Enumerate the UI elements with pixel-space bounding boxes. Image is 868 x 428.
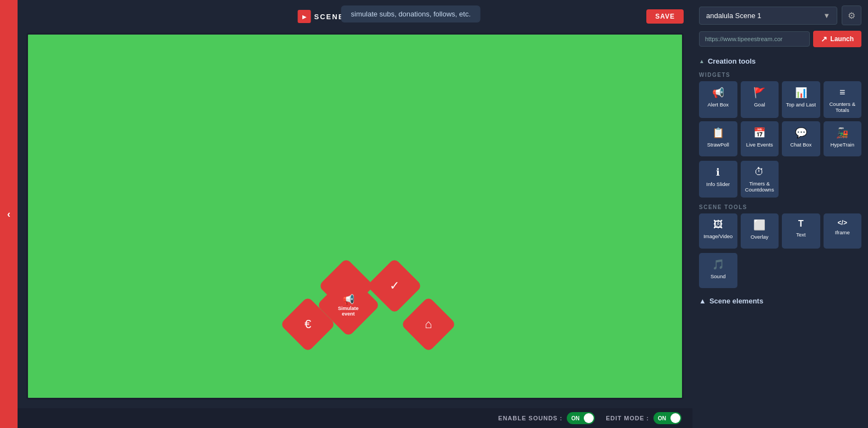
scene-dropdown[interactable]: andalula Scene 1 ▼ <box>699 7 837 25</box>
left-toggle-icon: ‹ <box>7 209 10 220</box>
edit-mode-group: EDIT MODE : ON <box>606 412 681 424</box>
scene-tool-iframe[interactable]: </> Iframe <box>824 213 862 249</box>
simulate-home-button[interactable]: ⌂ <box>401 296 456 352</box>
chat-box-icon: 💬 <box>795 127 807 139</box>
settings-gear-button[interactable]: ⚙ <box>842 5 861 25</box>
info-slider-icon: ℹ <box>716 166 720 178</box>
strawpoll-label: StrawPoll <box>707 142 729 148</box>
top-and-last-icon: 📊 <box>795 87 807 99</box>
sounds-on-label: ON <box>568 414 583 423</box>
launch-button[interactable]: ↗ Launch <box>813 31 861 47</box>
counters-totals-icon: ≡ <box>839 87 846 98</box>
widget-info-slider[interactable]: ℹ Info Slider <box>699 161 737 198</box>
home-icon: ⌂ <box>425 317 432 331</box>
widget-timers-countdowns[interactable]: ⏱ Timers & Countdowns <box>741 161 779 198</box>
enable-sounds-label: ENABLE SOUNDS : <box>498 415 562 421</box>
canvas-area: ♥ ✓ € ⌂ 📢 Simulate <box>26 33 684 399</box>
goal-label: Goal <box>754 102 765 108</box>
scene-tools-grid: 🖼 Image/Video ⬜ Overlay T Text </> Ifram… <box>692 213 868 253</box>
widget-top-and-last[interactable]: 📊 Top and Last <box>782 81 820 118</box>
counters-totals-label: Counters & Totals <box>827 101 859 114</box>
sounds-toggle-knob <box>584 413 594 423</box>
gear-icon: ⚙ <box>848 10 855 21</box>
widget-chat-box[interactable]: 💬 Chat Box <box>782 121 820 156</box>
check-icon: ✓ <box>390 279 399 293</box>
collapse-arrow-icon: ▲ <box>699 58 704 64</box>
scene-tool-text[interactable]: T Text <box>782 213 820 249</box>
info-slider-label: Info Slider <box>706 181 730 187</box>
scene-elements-header[interactable]: ▲ Scene elements <box>692 292 868 309</box>
sound-btn-row: 🎵 Sound <box>692 253 868 292</box>
main-area: simulate subs, donations, follows, etc. … <box>18 0 692 428</box>
euro-icon: € <box>305 317 311 331</box>
iframe-icon: </> <box>838 219 847 227</box>
widget-live-events[interactable]: 📅 Live Events <box>741 121 779 156</box>
goal-icon: 🚩 <box>753 87 765 99</box>
hypetrain-label: HypeTrain <box>831 142 854 148</box>
hypetrain-icon: 🚂 <box>836 127 848 139</box>
sound-icon: 🎵 <box>712 258 724 271</box>
widget-strawpoll[interactable]: 📋 StrawPoll <box>699 121 737 156</box>
alert-box-label: Alert Box <box>707 102 729 108</box>
enable-sounds-group: ENABLE SOUNDS : ON <box>498 412 595 424</box>
canvas-wrapper: ♥ ✓ € ⌂ 📢 Simulate <box>18 33 692 408</box>
enable-sounds-toggle[interactable]: ON <box>567 412 595 424</box>
chevron-down-icon: ▼ <box>823 12 830 20</box>
save-button[interactable]: SAVE <box>646 9 684 24</box>
scene-elements-label: Scene elements <box>709 297 763 305</box>
scene-tools-label: SCENE TOOLS <box>692 202 868 213</box>
edit-mode-toggle-knob <box>670 413 680 423</box>
left-panel-toggle[interactable]: ‹ <box>0 0 18 428</box>
text-label: Text <box>796 232 805 238</box>
url-input[interactable] <box>699 31 810 47</box>
widgets-grid: 📢 Alert Box 🚩 Goal 📊 Top and Last ≡ Coun… <box>692 81 868 161</box>
iframe-label: Iframe <box>835 229 850 235</box>
scene-selector-row: andalula Scene 1 ▼ ⚙ <box>692 0 868 31</box>
creation-tools-header[interactable]: ▲ Creation tools <box>692 53 868 70</box>
edit-mode-label: EDIT MODE : <box>606 415 649 421</box>
sound-label: Sound <box>711 273 725 279</box>
edit-mode-on-label: ON <box>655 414 669 423</box>
bottom-bar: ENABLE SOUNDS : ON EDIT MODE : ON <box>18 408 692 428</box>
text-icon: T <box>798 219 804 229</box>
widget-alert-box[interactable]: 📢 Alert Box <box>699 81 737 118</box>
external-link-icon: ↗ <box>821 35 827 43</box>
image-video-label: Image/Video <box>703 233 732 239</box>
overlay-label: Overlay <box>751 234 769 240</box>
strawpoll-icon: 📋 <box>712 127 724 139</box>
widget-goal[interactable]: 🚩 Goal <box>741 81 779 118</box>
right-panel: andalula Scene 1 ▼ ⚙ ↗ Launch ▲ Creation… <box>692 0 868 428</box>
widgets-label: WIDGETS <box>692 70 868 81</box>
top-and-last-label: Top and Last <box>786 102 816 108</box>
chat-box-label: Chat Box <box>790 142 811 148</box>
live-events-icon: 📅 <box>753 127 765 139</box>
alert-box-icon: 📢 <box>712 87 724 99</box>
scene-name: andalula Scene 1 <box>706 12 761 20</box>
live-events-label: Live Events <box>746 142 773 148</box>
logo-icon: ▶ <box>298 10 311 23</box>
simulate-event-icon: 📢 Simulate event <box>338 294 359 317</box>
timers-icon: ⏱ <box>754 166 764 178</box>
top-bar: simulate subs, donations, follows, etc. … <box>18 0 692 33</box>
simulate-buttons-group: ♥ ✓ € ⌂ 📢 Simulate <box>294 261 447 370</box>
scene-tool-overlay[interactable]: ⬜ Overlay <box>741 213 779 249</box>
overlay-icon: ⬜ <box>753 219 765 231</box>
widget-hypetrain[interactable]: 🚂 HypeTrain <box>824 121 862 156</box>
scene-tool-sound[interactable]: 🎵 Sound <box>699 253 737 288</box>
creation-tools-label: Creation tools <box>708 57 756 65</box>
widget-counters-totals[interactable]: ≡ Counters & Totals <box>824 81 862 118</box>
simulate-tooltip: simulate subs, donations, follows, etc. <box>341 5 481 22</box>
image-video-icon: 🖼 <box>713 219 723 230</box>
scene-tool-image-video[interactable]: 🖼 Image/Video <box>699 213 737 249</box>
widgets-grid-2: ℹ Info Slider ⏱ Timers & Countdowns <box>692 161 868 202</box>
scene-elements-arrow-icon: ▲ <box>699 297 706 305</box>
timers-label: Timers & Countdowns <box>744 181 776 193</box>
url-row: ↗ Launch <box>692 31 868 53</box>
edit-mode-toggle[interactable]: ON <box>653 412 681 424</box>
